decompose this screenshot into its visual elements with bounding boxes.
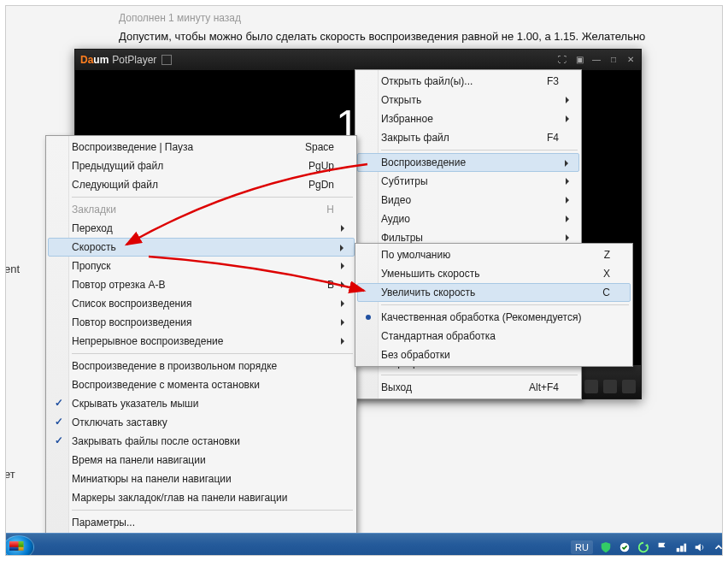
menu_play-item-17[interactable]: Закрывать файлы после остановки — [48, 432, 355, 451]
menu-item-label: Параметры... — [72, 517, 135, 529]
menu-item-label: Воспроизведение с момента остановки — [72, 379, 260, 391]
tray-network-icon[interactable] — [675, 541, 687, 553]
svg-rect-1 — [677, 548, 680, 552]
menu_speed-item-5[interactable]: Стандартная обработка — [357, 327, 631, 345]
menu_play-item-10[interactable]: Повтор воспроизведения — [48, 313, 355, 332]
menu-item-label: Воспроизведение в произвольном порядке — [72, 360, 277, 372]
menu_main-item-19[interactable]: ВыходAlt+F4 — [357, 378, 579, 397]
settings-icon[interactable] — [603, 380, 617, 393]
menu-item-hotkey: B — [307, 279, 334, 291]
menu_play-item-22[interactable]: Параметры... — [48, 513, 355, 532]
svg-rect-2 — [680, 546, 684, 552]
menu_main-item-8[interactable]: Аудио — [357, 210, 579, 228]
menu-item-hotkey: Z — [584, 249, 610, 261]
start-button[interactable] — [3, 535, 34, 559]
tray-action-icon[interactable] — [619, 541, 631, 553]
context-menu-playback[interactable]: Воспроизведение | ПаузаSpaceПредыдущий ф… — [45, 135, 357, 534]
tray-volume-icon[interactable] — [694, 541, 706, 553]
menu_play-item-7[interactable]: Пропуск — [48, 257, 355, 275]
svg-rect-3 — [684, 544, 687, 552]
menu-item-label: Воспроизведение | Пауза — [72, 141, 193, 153]
menu-item-label: Скорость — [72, 241, 116, 253]
menu_play-item-9[interactable]: Список воспроизведения — [48, 294, 355, 313]
menu-item-label: Избранное — [381, 113, 433, 125]
info-icon[interactable] — [622, 380, 636, 393]
fullscreen-icon[interactable]: ⛶ — [557, 55, 567, 65]
menu-item-hotkey: Space — [285, 141, 334, 153]
menu-separator — [381, 304, 629, 305]
menu_play-item-16[interactable]: Отключать заставку — [48, 413, 355, 432]
menu-separator — [72, 510, 353, 511]
context-menu-speed[interactable]: По умолчаниюZУменьшить скоростьXУвеличит… — [355, 243, 633, 367]
system-tray[interactable]: RU — [571, 540, 725, 554]
menu-separator — [72, 197, 353, 198]
menu-item-hotkey: C — [582, 286, 610, 298]
menu-item-label: Уменьшить скорость — [381, 268, 479, 280]
menu_play-item-11[interactable]: Непрерывное воспроизведение — [48, 332, 355, 351]
post-body: Допустим, чтобы можно было сделать скоро… — [119, 29, 719, 44]
menu-item-hotkey: PgUp — [288, 160, 334, 172]
tray-flag-icon[interactable] — [656, 541, 668, 553]
ontop-icon[interactable]: ▣ — [574, 55, 584, 65]
menu_main-item-6[interactable]: Субтитры — [357, 172, 579, 191]
close-icon[interactable]: ✕ — [625, 55, 636, 65]
titlebar[interactable]: Daum PotPlayer ⛶ ▣ — □ ✕ — [75, 50, 641, 70]
menu_speed-item-4[interactable]: Качественная обработка (Рекомендуется) — [357, 308, 631, 327]
menu-item-label: Следующий файл — [72, 179, 158, 191]
menu_play-item-20[interactable]: Маркеры закладок/глав на панели навигаци… — [48, 488, 355, 507]
menu-item-label: Фильтры — [381, 232, 423, 244]
tray-update-icon[interactable] — [637, 541, 649, 553]
menu-item-label: Повтор воспроизведения — [72, 316, 192, 328]
dropdown-icon[interactable] — [161, 55, 172, 65]
menu-separator — [72, 353, 353, 354]
maximize-icon[interactable]: □ — [608, 55, 619, 65]
menu-item-label: Открыть файл(ы)... — [381, 75, 473, 87]
tray-shield-icon[interactable] — [600, 541, 612, 553]
language-indicator[interactable]: RU — [571, 540, 593, 554]
menu_play-item-13[interactable]: Воспроизведение в произвольном порядке — [48, 357, 355, 375]
windows-taskbar[interactable]: RU — [0, 533, 728, 561]
menu_main-item-5[interactable]: Воспроизведение — [357, 153, 579, 172]
menu-item-label: Маркеры закладок/глав на панели навигаци… — [72, 492, 287, 504]
menu-item-label: Выход — [381, 381, 412, 393]
menu_main-item-7[interactable]: Видео — [357, 191, 579, 210]
menu-item-label: Список воспроизведения — [72, 298, 191, 310]
menu_play-item-5[interactable]: Переход — [48, 219, 355, 238]
menu_speed-item-0[interactable]: По умолчаниюZ — [357, 245, 631, 264]
menu-item-label: Отключать заставку — [72, 416, 167, 428]
menu_play-item-8[interactable]: Повтор отрезка A-BB — [48, 275, 355, 294]
menu_speed-item-1[interactable]: Уменьшить скоростьX — [357, 264, 631, 283]
menu_main-item-0[interactable]: Открыть файл(ы)...F3 — [357, 72, 579, 91]
menu_play-item-19[interactable]: Миниатюры на панели навигации — [48, 469, 355, 488]
menu-item-label: Увеличить скорость — [381, 286, 475, 298]
menu-item-label: Непрерывное воспроизведение — [72, 335, 223, 347]
menu-item-hotkey: F3 — [526, 75, 559, 87]
menu_play-item-15[interactable]: Скрывать указатель мыши — [48, 394, 355, 413]
menu_play-item-6[interactable]: Скорость — [48, 238, 355, 257]
app-logo: Daum — [80, 54, 109, 66]
menu-item-label: Предыдущий файл — [72, 160, 163, 172]
menu-item-label: Без обработки — [381, 349, 450, 361]
sidebar-fragment: ent — [4, 263, 20, 275]
menu-item-label: Стандартная обработка — [381, 330, 496, 342]
menu-item-label: Скрывать указатель мыши — [72, 398, 198, 410]
playlist-icon[interactable] — [584, 380, 598, 393]
menu-item-label: Аудио — [381, 213, 410, 225]
menu_play-item-2[interactable]: Следующий файлPgDn — [48, 175, 355, 194]
menu-item-label: Переход — [72, 222, 113, 234]
menu-item-label: Субтитры — [381, 175, 428, 187]
menu_play-item-1[interactable]: Предыдущий файлPgUp — [48, 156, 355, 175]
menu_play-item-0[interactable]: Воспроизведение | ПаузаSpace — [48, 138, 355, 156]
menu_play-item-18[interactable]: Время на панели навигации — [48, 451, 355, 469]
menu_play-item-14[interactable]: Воспроизведение с момента остановки — [48, 375, 355, 394]
menu_speed-item-6[interactable]: Без обработки — [357, 345, 631, 364]
menu-item-label: Миниатюры на панели навигации — [72, 473, 232, 485]
menu-item-hotkey: PgDn — [288, 179, 334, 191]
menu_main-item-3[interactable]: Закрыть файлF4 — [357, 128, 579, 147]
tray-chevron-icon[interactable] — [713, 541, 725, 553]
post-meta: Дополнен 1 минуту назад — [119, 12, 241, 24]
menu_main-item-2[interactable]: Избранное — [357, 109, 579, 128]
minimize-icon[interactable]: — — [591, 55, 602, 65]
menu_main-item-1[interactable]: Открыть — [357, 91, 579, 109]
menu_speed-item-2[interactable]: Увеличить скоростьC — [357, 283, 631, 302]
